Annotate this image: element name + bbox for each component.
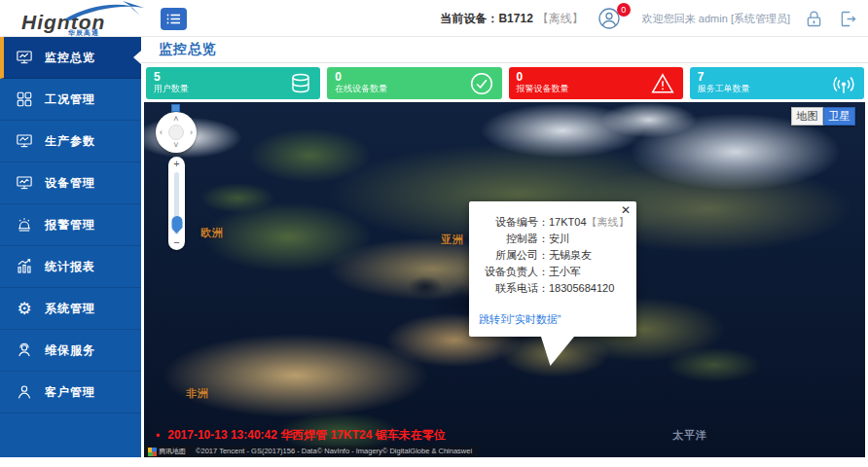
sidebar-item-system-management[interactable]: ⚙ 系统管理 (0, 288, 141, 330)
sidebar-item-production-params[interactable]: 生产参数 (0, 121, 141, 162)
map-attribution: 腾讯地图 ©2017 Tencent - GS(2017)156 - Data©… (144, 446, 478, 457)
stat-cards-row: 5 用户数量 0 在线设备数量 0 报警设备数量 (141, 63, 868, 99)
close-icon[interactable]: ✕ (621, 204, 631, 216)
page-title: 监控总览 (159, 41, 217, 58)
gear-icon: ⚙ (16, 300, 33, 317)
map-label-asia: 亚洲 (441, 233, 464, 247)
sidebar-item-monitor-overview[interactable]: 监控总览 (0, 37, 141, 79)
popup-row-value: 17KT04 (549, 214, 587, 231)
database-icon (289, 72, 312, 95)
zoom-in-button[interactable]: + (173, 159, 179, 169)
logo: Hignton 华辰高通 (12, 2, 138, 35)
sidebar-item-label: 监控总览 (45, 50, 95, 66)
sidebar-item-alarm-management[interactable]: 报警管理 (0, 204, 141, 246)
map-type-satellite-button[interactable]: 卫星 (823, 107, 855, 126)
popup-row-phone: 联系电话： 18305684120 (479, 280, 627, 297)
map-label-europe: 欧洲 (200, 226, 224, 240)
user-menu-button[interactable]: 0 (597, 7, 623, 30)
attribution-text: ©2017 Tencent - GS(2017)156 - Data© NavI… (190, 446, 478, 457)
current-device: 当前设备：B1712【离线】 (440, 11, 583, 27)
map-canvas[interactable]: ˄ ˅ ‹ › + − 地图 卫星 欧洲 亚洲 非洲 中 国 太平洋 ✕ 设备编… (144, 102, 865, 457)
check-circle-icon (469, 71, 494, 96)
tencent-maps-logo: 腾讯地图 (144, 446, 190, 457)
sidebar-item-statistics-reports[interactable]: 统计报表 (0, 246, 141, 288)
popup-row-label: 设备负责人： (479, 264, 549, 280)
pan-center-button[interactable] (168, 125, 184, 140)
customer-icon (16, 383, 33, 401)
grid-icon (16, 90, 33, 108)
maintenance-service-icon (16, 341, 33, 359)
welcome-text: 欢迎您回来 admin [系统管理员] (642, 12, 790, 26)
sidebar-item-label: 维保服务 (45, 342, 95, 359)
sidebar-item-maintenance-service[interactable]: 维保服务 (0, 330, 141, 372)
device-monitor-icon (16, 174, 33, 192)
map-overview-button[interactable] (171, 104, 180, 112)
popup-row-controller: 控制器： 安川 (479, 231, 627, 247)
production-monitor-icon (16, 132, 33, 150)
sidebar-item-customer-management[interactable]: 客户管理 (0, 372, 141, 413)
tencent-logo-icon (148, 448, 157, 456)
page-title-bar: 监控总览 (141, 37, 868, 63)
logout-button[interactable] (838, 9, 858, 29)
popup-row-value: 王小军 (549, 264, 627, 280)
map-type-map-button[interactable]: 地图 (791, 107, 823, 126)
pan-up-arrow[interactable]: ˄ (173, 115, 178, 124)
sidebar-item-label: 报警管理 (45, 217, 95, 234)
ticker-bullet: • (156, 429, 160, 443)
popup-row-label: 所属公司： (479, 247, 549, 264)
map-pan-control: ˄ ˅ ‹ › (156, 112, 197, 153)
popup-row-value: 安川 (549, 231, 627, 247)
map-type-toggle: 地图 卫星 (791, 107, 855, 126)
map-label-africa: 非洲 (186, 386, 209, 401)
list-icon (166, 13, 181, 25)
sidebar-item-working-conditions[interactable]: 工况管理 (0, 79, 141, 121)
zoom-slider[interactable] (174, 172, 179, 234)
ticker-text: 2017-10-13 13:40:42 华西焊管 17KT24 锯车未在零位 (167, 427, 445, 444)
zoom-slider-thumb[interactable] (171, 216, 182, 229)
popup-row-label: 设备编号： (479, 214, 549, 231)
notification-badge: 0 (617, 3, 631, 17)
logo-swoosh-icon (62, 0, 146, 21)
menu-toggle-button[interactable] (161, 8, 187, 30)
stat-card-work-orders[interactable]: 7 服务工单数量 (690, 67, 864, 99)
pan-down-arrow[interactable]: ˅ (173, 141, 178, 150)
warning-triangle-icon (650, 71, 675, 96)
sidebar-item-label: 设备管理 (45, 175, 95, 192)
header: Hignton 华辰高通 当前设备：B1712【离线】 0 欢迎您回来 admi… (0, 0, 868, 37)
popup-row-label: 联系电话： (479, 280, 549, 297)
main-content: 监控总览 5 用户数量 0 在线设备数量 0 报警设备数量 (141, 37, 868, 467)
stat-card-alarm-devices[interactable]: 0 报警设备数量 (509, 67, 683, 99)
map-zoom-control: + − (168, 157, 185, 250)
popup-row-label: 控制器： (479, 231, 549, 247)
sidebar-item-label: 生产参数 (45, 133, 95, 150)
alarm-ticker: • 2017-10-13 13:40:42 华西焊管 17KT24 锯车未在零位 (156, 427, 446, 444)
chart-report-icon (16, 258, 33, 275)
popup-row-value: 无锡泉友 (549, 247, 627, 264)
logo-subtitle: 华辰高通 (68, 28, 99, 38)
lock-icon (804, 9, 824, 29)
lock-button[interactable] (804, 9, 824, 29)
sidebar-item-device-management[interactable]: 设备管理 (0, 162, 141, 204)
current-device-label: 当前设备：B1712 (440, 12, 532, 25)
sidebar-item-label: 客户管理 (45, 384, 95, 401)
sidebar-item-label: 统计报表 (45, 259, 95, 275)
sidebar-item-label: 工况管理 (45, 91, 95, 108)
map-label-pacific: 太平洋 (672, 428, 707, 443)
alarm-icon (16, 216, 33, 234)
current-device-status: 【离线】 (537, 12, 584, 25)
broadcast-icon (831, 71, 856, 96)
sidebar: 监控总览 工况管理 生产参数 设备管理 报警管理 (0, 37, 141, 457)
popup-row-company: 所属公司： 无锡泉友 (479, 247, 627, 264)
stat-card-online-devices[interactable]: 0 在线设备数量 (327, 67, 501, 99)
logout-icon (838, 9, 858, 29)
sidebar-item-label: 系统管理 (45, 301, 95, 317)
monitor-overview-icon (16, 49, 33, 66)
pan-right-arrow[interactable]: › (190, 128, 193, 137)
realtime-data-link[interactable]: 跳转到“实时数据” (479, 312, 627, 327)
device-info-popup: ✕ 设备编号： 17KT04 【离线】 控制器： 安川 所属公司： 无锡泉友 设… (469, 201, 636, 337)
popup-row-owner: 设备负责人： 王小军 (479, 264, 627, 280)
zoom-out-button[interactable]: − (173, 237, 179, 248)
stat-card-users[interactable]: 5 用户数量 (146, 67, 320, 99)
pan-left-arrow[interactable]: ‹ (160, 128, 163, 137)
popup-row-value: 18305684120 (549, 280, 627, 297)
